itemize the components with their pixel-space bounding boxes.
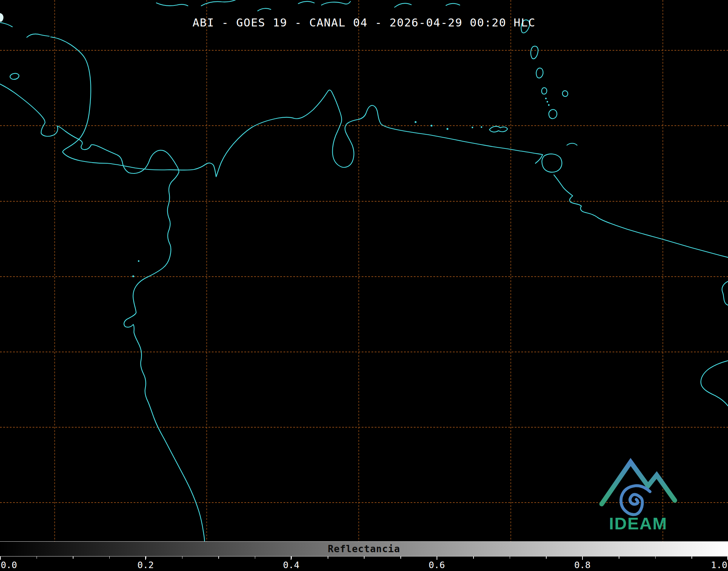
colorbar-tick-label: 0.6 — [429, 560, 445, 570]
colorbar-major-tick — [291, 557, 291, 560]
coastline-margarita — [489, 126, 508, 132]
colorbar-major-tick — [437, 557, 437, 560]
ideam-logo: IDEAM — [598, 450, 681, 533]
coastline-small-islands — [132, 98, 550, 277]
coastline-caribbean-main — [51, 37, 543, 177]
coastline-pacific — [0, 84, 205, 541]
colorbar-tick-label: 0.8 — [574, 560, 590, 570]
colorbar-major-tick — [0, 557, 1, 560]
ideam-logo-text: IDEAM — [609, 514, 667, 533]
colorbar-major-tick — [145, 557, 146, 560]
satellite-image-viewer: ABI - GOES 19 - CANAL 04 - 2026-04-29 00… — [0, 0, 728, 571]
coastline-right-edge — [701, 281, 728, 406]
coastline-lesser-antilles — [521, 20, 568, 119]
colorbar-tick-label: 0.2 — [138, 560, 154, 570]
colorbar-minor-ticks — [0, 557, 728, 559]
coastline-lake-nicaragua — [10, 74, 19, 79]
colorbar: Reflectancia — [0, 541, 728, 557]
colorbar-label: Reflectancia — [328, 543, 400, 554]
image-title: ABI - GOES 19 - CANAL 04 - 2026-04-29 00… — [0, 16, 728, 29]
ideam-swirl-icon — [621, 486, 650, 515]
colorbar-tick-label: 1.0 — [711, 560, 727, 570]
colorbar-tick-label: 0.4 — [283, 560, 299, 570]
coastline-trinidad-tobago — [542, 143, 577, 172]
ideam-mountain-icon — [602, 462, 675, 504]
colorbar-major-tick — [582, 557, 583, 560]
coastline-guyana — [554, 175, 728, 257]
colorbar-tick-label: 0.0 — [1, 560, 17, 570]
coastline-top-fragments — [156, 0, 460, 11]
